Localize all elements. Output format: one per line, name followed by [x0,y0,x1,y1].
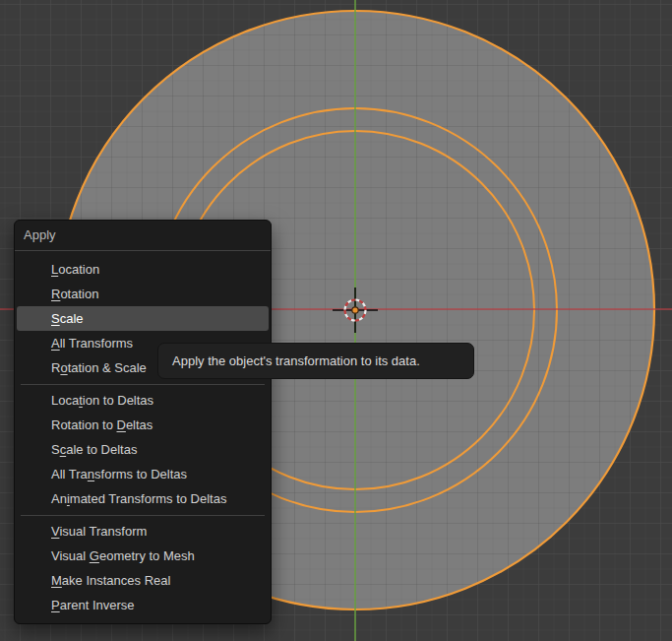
menu-item-location[interactable]: Location [17,257,269,282]
menu-item-scale-to-deltas[interactable]: Scale to Deltas [17,437,269,462]
menu-item-visual-geometry-to-mesh[interactable]: Visual Geometry to Mesh [17,544,269,568]
menu-item-rotation-to-deltas[interactable]: Rotation to Deltas [17,413,269,437]
menu-item-all-transforms-to-deltas[interactable]: All Transforms to Deltas [17,462,269,486]
menu-item-rotation[interactable]: Rotation [17,282,269,306]
apply-menu-title: Apply [15,221,271,250]
menu-item-scale[interactable]: Scale [17,306,269,331]
menu-item-parent-inverse[interactable]: Parent Inverse [17,593,269,617]
blender-3d-viewport: Apply LocationRotationScaleAll Transform… [0,0,672,641]
tooltip-text: Apply the object's transformation to its… [172,353,420,368]
menu-item-visual-transform[interactable]: Visual Transform [17,519,269,544]
menu-item-location-to-deltas[interactable]: Location to Deltas [17,388,269,413]
apply-menu: Apply LocationRotationScaleAll Transform… [14,220,272,624]
apply-menu-items: LocationRotationScaleAll TransformsRotat… [15,251,271,617]
tooltip: Apply the object's transformation to its… [157,343,474,379]
menu-item-animated-transforms-to-deltas[interactable]: Animated Transforms to Deltas [17,486,269,511]
object-origin-dot [352,307,358,313]
menu-separator [21,384,265,385]
menu-item-make-instances-real[interactable]: Make Instances Real [17,568,269,593]
menu-separator [21,515,265,516]
